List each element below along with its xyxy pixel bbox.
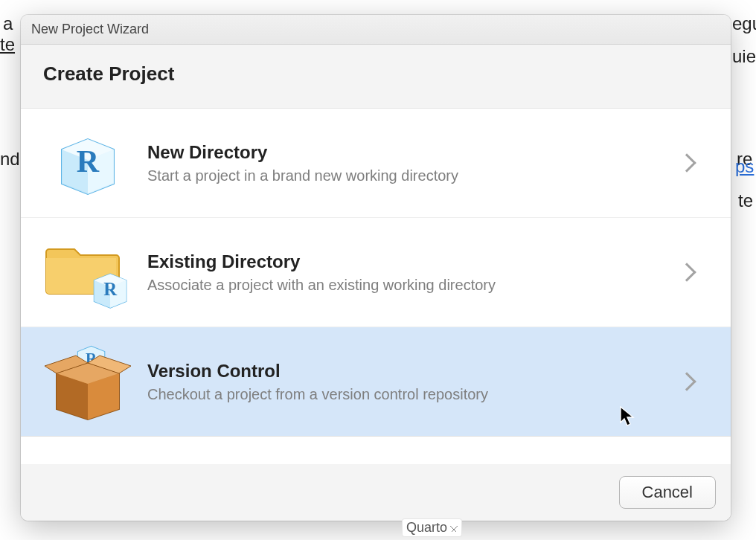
folder-with-r-cube-icon: R xyxy=(43,233,132,312)
option-title: New Directory xyxy=(147,142,680,163)
chevron-right-icon xyxy=(677,263,696,281)
bg-frag: te xyxy=(738,190,753,211)
option-existing-directory[interactable]: R Existing Directory Associate a project… xyxy=(21,218,731,327)
r-project-cube-icon: R xyxy=(43,123,132,202)
dialog-titlebar: New Project Wizard xyxy=(21,15,731,45)
chevron-right-icon xyxy=(677,372,696,390)
status-dropdown-label: Quarto xyxy=(406,520,447,535)
option-description: Associate a project with an existing wor… xyxy=(147,277,680,294)
option-title: Version Control xyxy=(147,361,680,382)
bg-frag: uie xyxy=(732,46,756,67)
dialog-footer: Cancel xyxy=(21,464,731,521)
option-description: Start a project in a brand new working d… xyxy=(147,167,680,184)
bg-frag: egu xyxy=(732,13,756,34)
new-project-wizard-dialog: New Project Wizard Create Project R New … xyxy=(21,15,731,521)
option-title: Existing Directory xyxy=(147,251,680,272)
dialog-title: New Project Wizard xyxy=(31,22,149,37)
box-with-r-cube-icon: R xyxy=(43,342,132,421)
project-type-list: R New Directory Start a project in a bra… xyxy=(21,109,731,464)
option-new-directory[interactable]: R New Directory Start a project in a bra… xyxy=(21,109,731,218)
option-version-control[interactable]: R Version Control Checkout a project fro… xyxy=(21,327,731,437)
bg-frag: nd xyxy=(0,149,20,170)
chevron-right-icon xyxy=(677,153,696,172)
page-title: Create Project xyxy=(43,62,708,86)
bg-frag: re xyxy=(737,149,752,170)
bg-frag-link: ps xyxy=(735,156,754,177)
svg-text:R: R xyxy=(103,279,118,299)
dialog-header: Create Project xyxy=(21,45,731,109)
cancel-button[interactable]: Cancel xyxy=(619,476,716,509)
bg-frag: a xyxy=(3,13,13,34)
bg-frag: te xyxy=(0,34,15,55)
option-description: Checkout a project from a version contro… xyxy=(147,386,680,403)
svg-text:R: R xyxy=(77,144,100,179)
status-bar-dropdown[interactable]: Quarto xyxy=(402,518,462,537)
